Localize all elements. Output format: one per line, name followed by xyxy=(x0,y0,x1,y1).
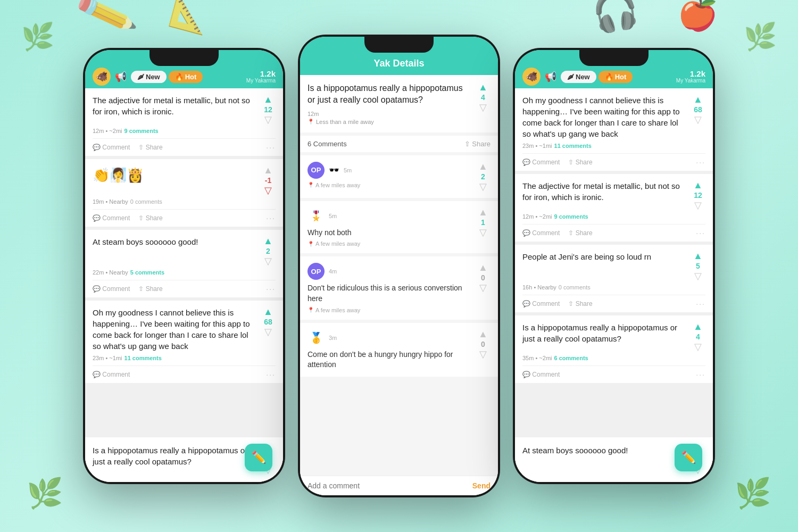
comment-3-downvote[interactable]: ▽ xyxy=(479,283,487,293)
share-btn-3[interactable]: ⇧ Share xyxy=(138,285,162,293)
p3-feed-meta-1: 23m • ~1mi 11 comments xyxy=(522,143,705,149)
p3-vote-col-4[interactable]: ▲ 4 ▽ xyxy=(691,322,705,352)
p3-comment-btn-2[interactable]: 💬 Comment xyxy=(522,229,560,237)
more-dots-4[interactable]: ··· xyxy=(266,370,276,379)
p3-comment-btn-1[interactable]: 💬 Comment xyxy=(522,158,560,167)
more-dots-3[interactable]: ··· xyxy=(266,285,276,293)
comment-btn-3[interactable]: 💬 Comment xyxy=(93,285,130,293)
p3-feed-item-3-content: People at Jeni's are being so loud rn ▲ … xyxy=(522,251,705,281)
p3-share-btn-3[interactable]: ⇧ Share xyxy=(568,300,592,308)
p3-downvote-4[interactable]: ▽ xyxy=(694,342,702,352)
p3-comments-link-2[interactable]: 9 comments xyxy=(554,213,588,220)
yak-time: 12m xyxy=(307,111,319,117)
p3-meta-time-4: 35m • ~2mi xyxy=(522,355,552,361)
downvote-3[interactable]: ▽ xyxy=(264,256,272,266)
comment-2: 🎖️ 5m Why not both 📍 A few miles away ▲ xyxy=(300,201,498,254)
yak-downvote[interactable]: ▽ xyxy=(479,103,487,112)
p3-more-dots-1[interactable]: ··· xyxy=(696,158,705,167)
p3-yakarma-label: My Yakarma xyxy=(676,78,705,84)
upvote-1[interactable]: ▲ xyxy=(263,95,273,104)
downvote-2[interactable]: ▽ xyxy=(264,186,272,195)
p3-downvote-3[interactable]: ▽ xyxy=(694,271,702,281)
upvote-4[interactable]: ▲ xyxy=(263,307,273,317)
comment-3-upvote[interactable]: ▲ xyxy=(478,263,488,272)
comment-btn-1[interactable]: 💬 Comment xyxy=(93,143,130,152)
p3-downvote-1[interactable]: ▽ xyxy=(694,115,702,124)
p3-tab-new[interactable]: 🌶 New xyxy=(561,71,596,83)
comment-1-downvote[interactable]: ▽ xyxy=(479,182,487,192)
phone-1: 🐗 📢 🌶 New 🔥 Hot 1.2k xyxy=(83,48,285,484)
comment-2-vote[interactable]: ▲ 1 ▽ xyxy=(476,207,491,247)
downvote-4[interactable]: ▽ xyxy=(264,327,272,337)
vote-count-3: 2 xyxy=(266,247,270,255)
feed-meta-4: 23m • ~1mi 11 comments xyxy=(93,355,276,361)
p3-upvote-2[interactable]: ▲ xyxy=(693,180,703,190)
p3-tab-hot[interactable]: 🔥 Hot xyxy=(598,71,633,83)
tab-new[interactable]: 🌶 New xyxy=(131,71,167,83)
p3-share-btn-2[interactable]: ⇧ Share xyxy=(568,229,592,237)
chili-icon: 🌶 xyxy=(137,73,144,81)
more-dots-2[interactable]: ··· xyxy=(266,214,276,222)
comments-link-3[interactable]: 5 comments xyxy=(130,269,164,276)
share-btn-text[interactable]: ⇧ Share xyxy=(464,140,491,148)
comment-2-upvote[interactable]: ▲ xyxy=(478,207,488,217)
p3-downvote-2[interactable]: ▽ xyxy=(694,201,702,210)
p3-feed-item-2: The adjective for metal is metallic, but… xyxy=(515,174,713,242)
yak-question-left: Is a hippopotamus really a hippopotamus … xyxy=(307,82,476,125)
comments-link-1[interactable]: 9 comments xyxy=(124,128,159,134)
p3-comments-link-3[interactable]: 0 comments xyxy=(559,284,591,290)
send-button[interactable]: Send xyxy=(472,481,491,490)
p3-comments-link-1[interactable]: 11 comments xyxy=(554,143,592,149)
p3-upvote-1[interactable]: ▲ xyxy=(693,95,703,104)
p3-upvote-3[interactable]: ▲ xyxy=(693,251,703,261)
comments-link-4[interactable]: 11 comments xyxy=(124,355,162,361)
p3-feed-meta-4: 35m • ~2mi 6 comments xyxy=(522,355,705,361)
tab-hot[interactable]: 🔥 Hot xyxy=(169,71,203,83)
comment-4-vote[interactable]: ▲ 0 ▽ xyxy=(476,329,491,370)
p3-more-dots-4[interactable]: ··· xyxy=(696,370,705,379)
p3-vote-col-1[interactable]: ▲ 68 ▽ xyxy=(691,95,705,124)
avatar-icon[interactable]: 🐗 xyxy=(93,68,111,86)
p3-vote-col-2[interactable]: ▲ 12 ▽ xyxy=(691,180,705,210)
downvote-1[interactable]: ▽ xyxy=(264,115,272,124)
comment-4-downvote[interactable]: ▽ xyxy=(479,350,487,359)
vote-col-1[interactable]: ▲ 12 ▽ xyxy=(261,95,276,124)
p3-feed-text-1: Oh my goodness I cannot believe this is … xyxy=(522,95,691,139)
p3-compose-button[interactable]: ✏️ xyxy=(675,444,702,471)
p3-vote-col-3[interactable]: ▲ 5 ▽ xyxy=(691,251,705,281)
upvote-2[interactable]: ▲ xyxy=(263,165,273,175)
vote-col-2[interactable]: ▲ -1 ▽ xyxy=(261,165,276,195)
yak-question-card: Is a hippopotamus really a hippopotamus … xyxy=(300,75,498,132)
compose-button[interactable]: ✏️ xyxy=(245,444,272,471)
more-dots-1[interactable]: ··· xyxy=(266,143,276,152)
comments-link-2[interactable]: 0 comments xyxy=(130,198,162,205)
yak-vote-col[interactable]: ▲ 4 ▽ xyxy=(476,82,491,125)
p3-comment-btn-4[interactable]: 💬 Comment xyxy=(522,370,560,379)
p3-avatar-icon[interactable]: 🐗 xyxy=(522,68,541,86)
comment-input[interactable] xyxy=(307,481,467,490)
p3-header-right: 1.2k My Yakarma xyxy=(676,70,705,84)
feed-meta-3: 22m • Nearby 5 comments xyxy=(93,269,276,276)
comment-4-upvote[interactable]: ▲ xyxy=(478,329,488,339)
p3-upvote-4[interactable]: ▲ xyxy=(693,322,703,331)
p3-more-dots-3[interactable]: ··· xyxy=(696,300,705,308)
comment-3-vote[interactable]: ▲ 0 ▽ xyxy=(476,263,491,313)
share-btn-1[interactable]: ⇧ Share xyxy=(138,143,162,152)
feed-item-2: 👏🧖‍♀️👸 ▲ -1 ▽ 19m • Nearby 0 comments 💬 … xyxy=(85,159,283,227)
upvote-3[interactable]: ▲ xyxy=(263,236,273,246)
share-btn-2[interactable]: ⇧ Share xyxy=(138,214,162,222)
p3-share-btn-1[interactable]: ⇧ Share xyxy=(568,158,592,167)
comment-2-downvote[interactable]: ▽ xyxy=(479,228,487,237)
vote-col-4[interactable]: ▲ 68 ▽ xyxy=(261,307,276,337)
p3-more-dots-2[interactable]: ··· xyxy=(696,229,705,237)
phone-3-inner: 🐗 📢 🌶 New 🔥 Hot 1.2k xyxy=(515,50,713,482)
yak-upvote[interactable]: ▲ xyxy=(478,82,488,92)
comment-btn-4[interactable]: 💬 Comment xyxy=(93,370,130,379)
p3-comments-link-4[interactable]: 6 comments xyxy=(554,355,588,361)
vote-col-3[interactable]: ▲ 2 ▽ xyxy=(261,236,276,266)
comment-btn-2[interactable]: 💬 Comment xyxy=(93,214,130,222)
comment-1-upvote[interactable]: ▲ xyxy=(478,162,488,171)
comment-2-row: 🎖️ 5m Why not both 📍 A few miles away ▲ xyxy=(307,207,491,247)
comment-1-vote[interactable]: ▲ 2 ▽ xyxy=(476,162,491,192)
p3-comment-btn-3[interactable]: 💬 Comment xyxy=(522,300,560,308)
